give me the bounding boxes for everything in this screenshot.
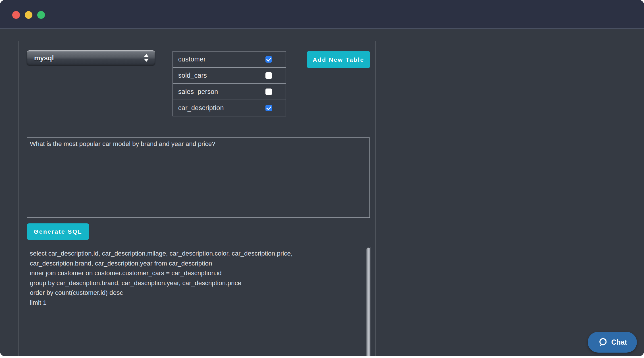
table-row-checkbox[interactable] [265,56,272,63]
table-row: sales_person [173,84,286,100]
minimize-button[interactable] [25,11,32,19]
table-row-label: sold_cars [173,72,265,79]
zoom-button[interactable] [37,11,45,19]
chat-button-label: Chat [611,338,627,346]
generate-sql-button[interactable]: Generate SQL [27,223,89,240]
title-bar [0,0,644,29]
traffic-lights [12,11,45,19]
table-row: sold_cars [173,68,286,84]
table-row-checkbox[interactable] [265,72,272,79]
close-button[interactable] [12,11,20,19]
table-row-checkbox[interactable] [265,105,272,111]
table-row-label: car_description [173,104,265,112]
database-select-value: mysql [27,54,144,62]
database-select[interactable]: mysql [27,50,155,65]
sql-output-scrollbar[interactable] [366,248,370,356]
sql-output[interactable]: select car_description.id, car_descripti… [27,247,371,356]
app-window: mysql customer sold_cars sales_person ca… [0,0,644,356]
table-row: customer [173,52,286,68]
question-input[interactable]: What is the most popular car model by br… [27,137,370,218]
table-row-checkbox[interactable] [265,89,272,95]
tables-list: customer sold_cars sales_person car_desc… [173,51,286,116]
question-input-wrap: What is the most popular car model by br… [27,137,370,218]
table-row-label: sales_person [173,88,265,96]
sql-output-wrap: select car_description.id, car_descripti… [27,247,371,356]
select-arrows-icon [144,54,149,62]
chat-bubble-icon [598,337,608,347]
chat-button[interactable]: Chat [588,332,637,353]
table-row: car_description [173,100,286,116]
add-new-table-button[interactable]: Add New Table [307,51,370,68]
table-row-label: customer [173,55,265,63]
